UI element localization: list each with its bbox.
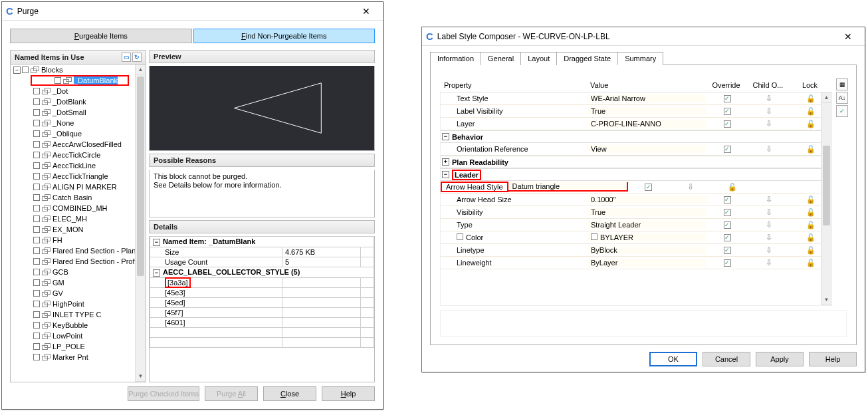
tree-item-datumblank[interactable]: _DatumBlank <box>31 75 129 86</box>
scroll-up-icon[interactable]: ▲ <box>821 92 831 103</box>
lock-icon[interactable]: 🔓 <box>806 246 815 254</box>
lock-icon[interactable]: 🔓 <box>806 221 815 229</box>
tree-item[interactable]: LP_POLE <box>11 341 146 352</box>
tab-information[interactable]: Information <box>430 52 481 65</box>
child-override-icon[interactable]: ⇩ <box>766 258 772 267</box>
property-row[interactable]: LineweightByLayer⇩🔓 <box>441 257 831 269</box>
tree-item[interactable]: Catch Basin <box>11 192 146 203</box>
child-override-icon[interactable]: ⇩ <box>766 207 772 217</box>
expand-all-icon[interactable]: ▭ <box>122 53 131 62</box>
override-checkbox[interactable] <box>724 196 731 204</box>
categorize-icon[interactable]: ▦ <box>836 78 848 90</box>
override-checkbox[interactable] <box>724 95 731 102</box>
override-checkbox[interactable] <box>724 259 731 267</box>
tree-item[interactable]: INLET TYPE C <box>11 309 146 320</box>
override-checkbox[interactable] <box>724 209 731 216</box>
child-override-icon[interactable]: ⇩ <box>766 106 772 116</box>
tree-item[interactable]: ALIGN PI MARKER <box>11 182 146 192</box>
property-group[interactable]: −Leader <box>441 168 831 181</box>
tree-item[interactable]: FH <box>11 235 146 245</box>
child-override-icon[interactable]: ⇩ <box>766 233 772 242</box>
property-row[interactable]: LinetypeByBlock⇩🔓 <box>441 244 831 257</box>
property-rows[interactable]: Text StyleWE-Arial Narrow⇩🔓Label Visibil… <box>440 92 832 306</box>
details-row[interactable]: [45e3] <box>150 288 282 298</box>
ok-button[interactable]: OK <box>649 352 697 366</box>
lock-icon[interactable]: 🔓 <box>806 145 815 153</box>
tree-item[interactable]: AeccTickLine <box>11 160 146 171</box>
tree-item[interactable]: AeccTickTriangle <box>11 171 146 182</box>
cancel-button[interactable]: Cancel <box>703 352 750 366</box>
filter-icon[interactable]: ✓ <box>836 105 848 117</box>
property-row[interactable]: Text StyleWE-Arial Narrow⇩🔓 <box>441 92 831 105</box>
tree-item[interactable]: _DotBlank <box>11 96 146 107</box>
close-button[interactable]: Close <box>263 386 316 401</box>
tree-item[interactable]: LowPoint <box>11 331 146 341</box>
override-checkbox[interactable] <box>724 108 731 115</box>
close-icon[interactable]: ✕ <box>354 6 379 17</box>
child-override-icon[interactable]: ⇩ <box>766 94 772 103</box>
override-checkbox[interactable] <box>645 184 652 191</box>
scrollbar[interactable]: ▲ ▼ <box>821 92 831 305</box>
help-button[interactable]: Help <box>322 386 375 401</box>
override-checkbox[interactable] <box>724 221 731 229</box>
details-row[interactable]: [45f7] <box>150 308 282 318</box>
tab-dragged-state[interactable]: Dragged State <box>556 52 618 65</box>
lock-icon[interactable]: 🔓 <box>806 196 815 204</box>
tab-summary[interactable]: Summary <box>617 52 663 65</box>
child-override-icon[interactable]: ⇩ <box>766 195 772 204</box>
override-checkbox[interactable] <box>724 247 731 254</box>
tree-item[interactable]: AeccArwClosedFilled <box>11 139 146 150</box>
help-button[interactable]: Help <box>809 352 857 366</box>
override-checkbox[interactable] <box>724 120 731 128</box>
child-override-icon[interactable]: ⇩ <box>766 144 772 154</box>
tree-item[interactable]: ELEC_MH <box>11 213 146 224</box>
tree-item[interactable]: Flared End Section - Prof <box>11 256 146 267</box>
property-row[interactable]: Arrow Head Size0.1000"⇩🔓 <box>441 194 831 206</box>
tree-item[interactable]: HighPoint <box>11 299 146 309</box>
lock-icon[interactable]: 🔓 <box>806 94 815 102</box>
purge-checked-button[interactable]: Purge Checked Items <box>128 386 199 401</box>
tree-item[interactable]: GCB <box>11 267 146 277</box>
property-row[interactable]: TypeStraight Leader⇩🔓 <box>441 219 831 231</box>
tree-item[interactable]: Flared End Section - Plan <box>11 245 146 256</box>
property-row[interactable]: Label VisibilityTrue⇩🔓 <box>441 105 831 118</box>
purgeable-items-button[interactable]: PPurgeable Itemsurgeable Items <box>10 29 192 43</box>
tree-item[interactable]: AeccTickCircle <box>11 150 146 160</box>
refresh-icon[interactable]: ↻ <box>132 53 142 62</box>
tree-item[interactable]: _None <box>11 118 146 128</box>
property-group[interactable]: +Plan Readability <box>441 156 831 168</box>
alpha-sort-icon[interactable]: A↓ <box>836 92 848 104</box>
find-non-purgeable-button[interactable]: Find Non-Purgeable Items <box>193 29 376 43</box>
lock-icon[interactable]: 🔓 <box>806 208 815 216</box>
lock-icon[interactable]: 🔓 <box>728 183 737 191</box>
child-override-icon[interactable]: ⇩ <box>766 119 772 128</box>
tree-item[interactable]: GV <box>11 288 146 299</box>
property-row[interactable]: ColorBYLAYER⇩🔓 <box>441 231 831 244</box>
property-row[interactable]: Arrow Head StyleDatum triangle⇩🔓 <box>441 181 831 194</box>
close-icon[interactable]: ✕ <box>835 31 861 42</box>
tree-item[interactable]: _Dot <box>11 86 146 96</box>
override-checkbox[interactable] <box>724 146 731 153</box>
tree-item[interactable]: _DotSmall <box>11 107 146 118</box>
property-group[interactable]: −Behavior <box>441 130 831 143</box>
tree-item[interactable]: EX_MON <box>11 224 146 235</box>
details-row-3a3a[interactable]: [3a3a] <box>165 277 191 288</box>
details-row[interactable]: [45ed] <box>150 298 282 308</box>
items-tree[interactable]: −Blocks_DatumBlank_Dot_DotBlank_DotSmall… <box>10 65 146 382</box>
child-override-icon[interactable]: ⇩ <box>766 220 772 229</box>
tree-root[interactable]: −Blocks <box>11 65 146 75</box>
tab-general[interactable]: General <box>481 52 521 65</box>
override-checkbox[interactable] <box>724 234 731 241</box>
tree-item[interactable]: COMBINED_MH <box>11 203 146 213</box>
tree-item[interactable]: Marker Pnt <box>11 352 146 362</box>
property-row[interactable]: Orientation ReferenceView⇩🔓 <box>441 143 831 156</box>
scroll-down-icon[interactable]: ▼ <box>821 295 831 305</box>
purge-all-button[interactable]: Purge All <box>205 386 258 401</box>
property-row[interactable]: LayerC-PROF-LINE-ANNO⇩🔓 <box>441 118 831 130</box>
property-row[interactable]: VisibilityTrue⇩🔓 <box>441 206 831 219</box>
lock-icon[interactable]: 🔓 <box>806 120 815 128</box>
child-override-icon[interactable]: ⇩ <box>687 182 694 192</box>
tree-item[interactable]: KeyBubble <box>11 320 146 331</box>
lock-icon[interactable]: 🔓 <box>806 259 815 267</box>
tab-layout[interactable]: Layout <box>520 52 557 65</box>
